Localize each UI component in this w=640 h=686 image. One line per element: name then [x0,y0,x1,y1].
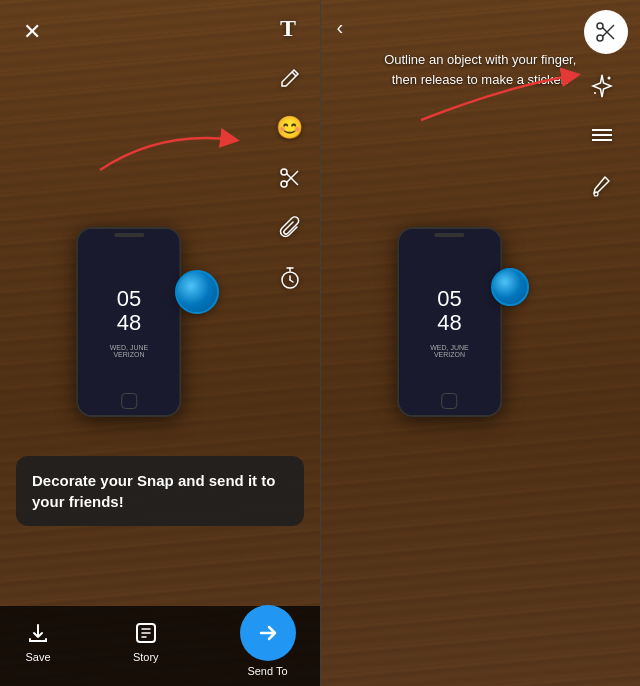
story-label: Story [133,651,159,663]
send-to-button[interactable] [240,605,296,661]
bottom-bar-left: Save Story Send To [0,606,320,686]
snap-tooltip-text: Decorate your Snap and send it to your f… [32,472,275,510]
save-action[interactable]: Save [24,619,52,663]
sticker-tool-button[interactable]: 😊 [272,110,308,146]
text-tool-button[interactable]: T [272,10,308,46]
svg-point-15 [608,77,611,80]
phone-notch-right [434,233,464,237]
phone-time: 05 48 [117,287,141,335]
svg-line-3 [286,174,298,186]
left-panel: ✕ T 😊 [0,0,320,686]
svg-line-4 [286,171,298,183]
svg-text:T: T [280,15,296,41]
send-to-action[interactable]: Send To [240,605,296,677]
bottle-cap-right [491,268,529,306]
paperclip-tool-button[interactable] [272,210,308,246]
emoji-icon: 😊 [276,115,303,141]
close-icon: ✕ [23,21,41,43]
lines-tool-button[interactable] [584,118,620,154]
close-button[interactable]: ✕ [16,16,48,48]
back-button[interactable]: ‹ [337,16,344,39]
phone-date: WED, JUNEVERIZON [110,344,149,358]
phone-home-button-right [441,393,457,409]
scissors-active-button[interactable] [584,10,628,54]
send-to-label: Send To [247,665,287,677]
phone-mockup-right: 05 48 WED, JUNEVERIZON [397,227,502,417]
bottle-cap-left [175,270,219,314]
pencil-tool-button[interactable] [272,60,308,96]
phone-mockup-left: 05 48 WED, JUNEVERIZON [76,227,181,417]
phone-screen: 05 48 WED, JUNEVERIZON [78,229,179,415]
svg-line-13 [603,28,615,40]
story-action[interactable]: Story [132,619,160,663]
scissors-tool-button[interactable] [272,160,308,196]
svg-line-14 [603,25,615,37]
phone-home-button [121,393,137,409]
right-panel: ‹ [321,0,641,686]
back-icon: ‹ [337,16,344,38]
instruction-text: Outline an object with your finger, then… [381,50,581,89]
story-icon [132,619,160,647]
brush-tool-button[interactable] [584,168,620,204]
phone-date-right: WED, JUNEVERIZON [430,344,469,358]
left-panel-toolbar: T 😊 [272,10,308,296]
snap-tooltip: Decorate your Snap and send it to your f… [16,456,304,526]
timer-tool-button[interactable] [272,260,308,296]
svg-line-7 [290,280,293,282]
save-label: Save [25,651,50,663]
sparkle-tool-button[interactable] [584,68,620,104]
phone-time-right: 05 48 [437,287,461,335]
svg-point-16 [594,92,596,94]
phone-notch [114,233,144,237]
right-panel-toolbar [584,10,628,204]
phone-screen-right: 05 48 WED, JUNEVERIZON [399,229,500,415]
save-icon [24,619,52,647]
